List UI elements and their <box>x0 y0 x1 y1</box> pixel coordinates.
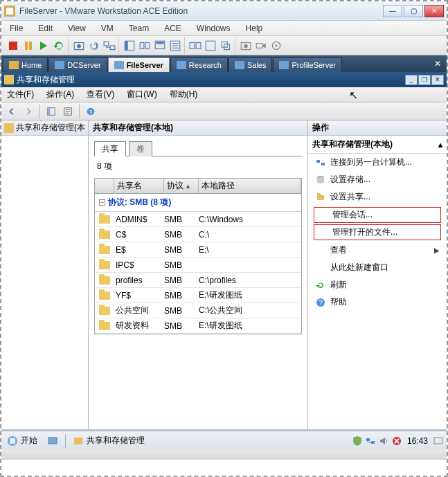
tab-sales[interactable]: Sales <box>229 57 273 72</box>
menu-help[interactable]: Help <box>243 23 266 34</box>
mmc-restore-button[interactable]: ❐ <box>418 75 431 85</box>
console-icon[interactable] <box>153 39 167 53</box>
mmc-menu-window[interactable]: 窗口(W) <box>125 88 158 101</box>
tray-volume-icon[interactable] <box>378 435 389 447</box>
close-button[interactable]: ✕ <box>424 5 444 17</box>
col-protocol[interactable]: 协议▲ <box>164 179 199 193</box>
menu-file[interactable]: File <box>7 23 26 34</box>
tab-dcserver[interactable]: DCServer <box>48 57 107 72</box>
replay-icon[interactable] <box>269 39 283 53</box>
cell-path: C:\profiles <box>199 276 301 285</box>
mmc-menu-view[interactable]: 查看(V) <box>85 88 116 101</box>
table-row[interactable]: YF$SMBE:\研发图纸 <box>95 288 301 303</box>
start-button[interactable]: 开始 <box>4 435 40 447</box>
tab-home[interactable]: Home <box>3 57 48 72</box>
play-icon[interactable] <box>37 39 51 53</box>
menu-vm[interactable]: VM <box>98 23 116 34</box>
tab-label: Sales <box>247 61 267 69</box>
table-row[interactable]: E$SMBE:\ <box>95 242 301 258</box>
capture-icon[interactable] <box>239 39 253 53</box>
tab-research[interactable]: Research <box>170 57 228 72</box>
col-icon[interactable] <box>95 179 114 193</box>
table-row[interactable]: ADMIN$SMBC:\Windows <box>95 212 301 227</box>
share-folder-icon <box>99 322 110 330</box>
quickswitch-icon[interactable] <box>188 39 202 53</box>
action-item[interactable]: 连接到另一台计算机... <box>308 154 447 171</box>
table-row[interactable]: C$SMBC:\ <box>95 227 301 242</box>
reset-icon[interactable] <box>52 39 66 53</box>
action-item[interactable]: 设置存储... <box>308 171 447 188</box>
menu-team[interactable]: Team <box>126 23 152 34</box>
pause-icon[interactable] <box>21 39 35 53</box>
mmc-minimize-button[interactable]: _ <box>405 75 418 85</box>
tab-close-button[interactable]: ✕ <box>430 59 445 69</box>
table-row[interactable]: 研发资料SMBE:\研发图纸 <box>95 318 301 334</box>
taskbar-task[interactable]: 共享和存储管理 <box>70 435 147 447</box>
unity-icon[interactable] <box>219 39 233 53</box>
submenu-arrow-icon: ▶ <box>434 246 440 254</box>
summary-icon[interactable] <box>168 39 182 53</box>
menu-ace[interactable]: ACE <box>161 23 184 34</box>
mmc-menu-help[interactable]: 帮助(H) <box>168 88 199 101</box>
actions-section-header[interactable]: 共享和存储管理(本地) ▴ <box>308 136 447 154</box>
scope-tree-root[interactable]: 共享和存储管理(本 <box>1 120 88 136</box>
help-icon[interactable]: ? <box>83 104 98 119</box>
table-row[interactable]: IPC$SMB <box>95 258 301 273</box>
menu-view[interactable]: View <box>65 23 89 34</box>
action-item[interactable]: 查看▶ <box>308 242 447 259</box>
revert-icon[interactable] <box>87 39 101 53</box>
subtab-shares[interactable]: 共享 <box>94 141 126 156</box>
shares-grid[interactable]: 共享名 协议▲ 本地路径 − 协议: SMB (8 项) ADMIN$SMBC:… <box>94 178 302 334</box>
action-item[interactable]: 从此处新建窗口 <box>308 259 447 276</box>
menu-edit[interactable]: Edit <box>35 23 55 34</box>
snapshot-icon[interactable] <box>72 39 86 53</box>
col-sharename[interactable]: 共享名 <box>114 179 164 193</box>
tray-security-icon[interactable] <box>352 435 363 447</box>
show-hide-tree-icon[interactable] <box>44 104 59 119</box>
action-item[interactable]: ?帮助 <box>308 294 447 311</box>
snapshot-mgr-icon[interactable] <box>102 39 116 53</box>
action-label: 设置共享... <box>330 191 370 203</box>
mmc-menu-action[interactable]: 操作(A) <box>45 88 75 101</box>
tray-clock[interactable]: 16:43 <box>404 436 431 446</box>
collapse-toggle-icon[interactable]: − <box>99 199 105 206</box>
action-item[interactable]: 管理打开的文件... <box>314 224 441 240</box>
mmc-close-button[interactable]: ✕ <box>431 75 444 85</box>
table-row[interactable]: profilesSMBC:\profiles <box>95 273 301 288</box>
forward-icon[interactable] <box>21 104 36 119</box>
svg-rect-12 <box>196 42 201 48</box>
sidebar-toggle-icon[interactable] <box>123 39 136 53</box>
properties-icon[interactable] <box>60 104 75 119</box>
stop-icon[interactable] <box>6 39 20 53</box>
grid-group-header[interactable]: − 协议: SMB (8 项) <box>95 194 301 212</box>
action-label: 设置存储... <box>330 174 370 186</box>
action-item[interactable]: 管理会话... <box>314 207 441 223</box>
col-path[interactable]: 本地路径 <box>199 179 301 193</box>
tray-warning-icon[interactable] <box>391 435 402 447</box>
minimize-button[interactable]: — <box>383 5 402 17</box>
maximize-button[interactable]: ▢ <box>404 5 423 17</box>
subtab-volumes[interactable]: 卷 <box>129 141 152 156</box>
scope-pane[interactable]: 共享和存储管理(本 <box>1 120 89 429</box>
collapse-caret-icon[interactable]: ▴ <box>438 140 442 150</box>
tray-network-icon[interactable] <box>365 435 376 447</box>
mmc-menu-file[interactable]: 文件(F) <box>6 88 35 101</box>
back-icon[interactable] <box>4 104 19 119</box>
svg-rect-13 <box>206 41 215 51</box>
svg-rect-25 <box>316 160 320 163</box>
quicklaunch-item[interactable] <box>44 435 61 447</box>
vmware-app-icon <box>4 6 15 17</box>
tab-nav-icon[interactable] <box>138 39 152 53</box>
tray-desktop-icon[interactable] <box>433 435 444 447</box>
tab-profileserver[interactable]: ProfileServer <box>273 57 342 72</box>
guest-taskbar[interactable]: 开始 共享和存储管理 16:43 <box>1 431 447 450</box>
action-item[interactable]: 刷新 <box>308 276 447 294</box>
action-item[interactable]: 设置共享... <box>308 188 447 206</box>
fullscreen-icon[interactable] <box>204 39 217 53</box>
menu-windows[interactable]: Windows <box>194 23 233 34</box>
cell-path: E:\研发图纸 <box>199 289 301 301</box>
tab-fileserver[interactable]: FileServer <box>108 57 170 72</box>
table-row[interactable]: 公共空间SMBC:\公共空间 <box>95 303 301 318</box>
system-tray[interactable]: 16:43 <box>352 435 444 447</box>
movie-icon[interactable] <box>254 39 268 53</box>
